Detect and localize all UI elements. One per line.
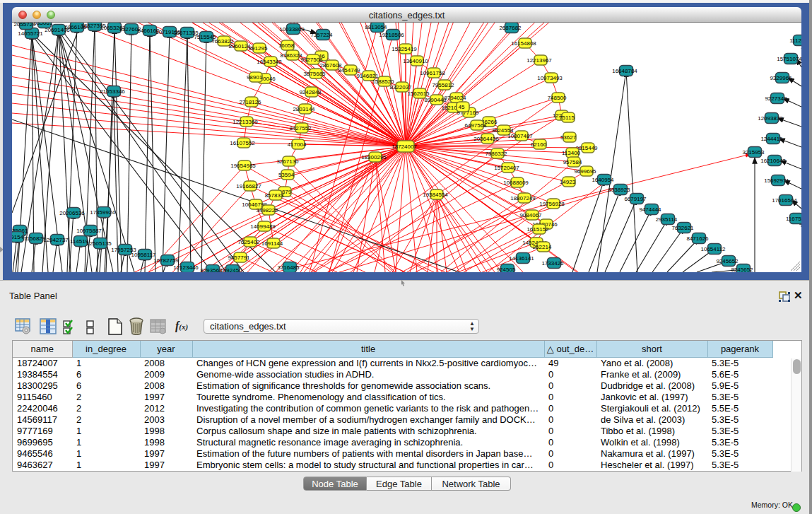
svg-text:116753: 116753 (786, 215, 801, 221)
svg-text:9699695: 9699695 (574, 168, 596, 174)
svg-text:10975887: 10975887 (76, 227, 102, 233)
svg-text:14099489: 14099489 (250, 223, 276, 229)
svg-text:12505135: 12505135 (86, 240, 112, 246)
svg-text:2803144: 2803144 (293, 105, 315, 112)
svg-text:17359924: 17359924 (90, 209, 115, 215)
svg-text:10688609: 10688609 (503, 179, 529, 185)
svg-text:16648784: 16648784 (612, 67, 637, 74)
svg-text:14055721: 14055721 (18, 30, 43, 36)
svg-text:6497568: 6497568 (464, 122, 487, 128)
svg-text:7986322: 7986322 (485, 150, 507, 156)
svg-text:12093872: 12093872 (758, 115, 783, 121)
svg-text:8990448: 8990448 (424, 96, 447, 103)
svg-text:8293561: 8293561 (200, 267, 223, 271)
svg-text:7955812: 7955812 (432, 81, 454, 88)
svg-text:417004: 417004 (288, 141, 307, 147)
svg-text:45: 45 (459, 103, 465, 110)
svg-text:10961758: 10961758 (420, 69, 445, 76)
svg-text:19384554: 19384554 (423, 191, 448, 197)
svg-text:20206536: 20206536 (59, 209, 85, 216)
svg-text:15720407: 15720407 (494, 164, 519, 170)
svg-text:17016504: 17016504 (772, 197, 797, 203)
svg-text:20364436: 20364436 (473, 135, 499, 141)
svg-text:1244415: 1244415 (760, 135, 783, 141)
svg-text:10958117: 10958117 (131, 251, 157, 257)
svg-text:9457791: 9457791 (228, 254, 250, 260)
svg-text:16058: 16058 (278, 42, 295, 48)
svg-text:98901: 98901 (247, 74, 263, 80)
svg-text:18724007: 18724007 (392, 143, 417, 149)
svg-text:18807249: 18807249 (510, 194, 536, 201)
svg-text:9242848: 9242848 (299, 88, 322, 95)
svg-text:19218506: 19218506 (379, 31, 404, 37)
svg-text:8322037: 8322037 (389, 83, 412, 90)
svg-text:21053346: 21053346 (100, 88, 125, 94)
svg-text:3498222: 3498222 (256, 206, 278, 213)
svg-text:2718126: 2718126 (239, 98, 261, 105)
svg-text:53594: 53594 (278, 171, 295, 177)
svg-text:1092450: 1092450 (220, 267, 242, 271)
svg-text:14923: 14923 (560, 178, 576, 185)
svg-text:9245652: 9245652 (731, 266, 753, 271)
svg-text:18300295: 18300295 (361, 153, 387, 160)
svg-text:2055724: 2055724 (13, 23, 36, 28)
svg-text:10973493: 10973493 (537, 74, 563, 81)
svg-text:19654985: 19654985 (230, 162, 256, 168)
svg-text:8960124: 8960124 (228, 42, 251, 49)
svg-text:7632621: 7632621 (671, 224, 694, 230)
svg-text:16782759: 16782759 (153, 257, 179, 263)
svg-text:14136141: 14136141 (509, 255, 534, 261)
svg-text:935061: 935061 (34, 23, 53, 26)
svg-text:16210643: 16210643 (760, 157, 786, 163)
svg-text:15751074: 15751074 (777, 55, 801, 62)
svg-text:12213967: 12213967 (526, 57, 552, 63)
svg-text:857833: 857833 (265, 192, 284, 198)
svg-text:19756928: 19756928 (539, 200, 565, 206)
svg-text:10033809: 10033809 (279, 25, 305, 32)
svg-text:9084067: 9084067 (519, 211, 542, 218)
svg-text:1640954: 1640954 (592, 176, 614, 182)
svg-text:15692971: 15692971 (764, 177, 789, 183)
svg-text:16107552: 16107552 (230, 139, 255, 146)
svg-text:9474444: 9474444 (639, 206, 661, 212)
svg-text:10654112: 10654112 (701, 245, 726, 252)
svg-text:13640910: 13640910 (403, 57, 428, 64)
svg-text:891295: 891295 (249, 45, 268, 51)
svg-text:1615152: 1615152 (526, 226, 549, 232)
svg-text:2687682: 2687682 (499, 24, 522, 30)
svg-text:15325419: 15325419 (392, 45, 417, 52)
svg-text:9329966: 9329966 (770, 74, 792, 81)
svg-text:53627: 53627 (560, 134, 577, 140)
svg-text:39154: 39154 (12, 233, 24, 240)
svg-text:3875685: 3875685 (303, 70, 326, 76)
svg-text:8938923: 8938923 (608, 186, 630, 192)
svg-text:111245: 111245 (789, 37, 801, 43)
svg-text:3215953: 3215953 (742, 148, 765, 155)
svg-text:113400: 113400 (562, 149, 581, 156)
svg-text:9794024: 9794024 (444, 94, 466, 100)
svg-text:10807487: 10807487 (507, 132, 533, 139)
svg-text:7357224: 7357224 (310, 31, 333, 37)
svg-text:62160: 62160 (531, 141, 547, 147)
svg-text:6679197: 6679197 (624, 195, 647, 201)
svg-text:1691144: 1691144 (261, 240, 283, 246)
svg-text:8427552: 8427552 (289, 124, 312, 131)
svg-text:3267130: 3267130 (276, 158, 299, 164)
svg-text:3716485: 3716485 (277, 264, 300, 270)
svg-text:9245652: 9245652 (716, 257, 739, 264)
svg-text:1733426: 1733426 (541, 259, 564, 266)
svg-text:748500: 748500 (548, 94, 567, 100)
svg-text:19166827: 19166827 (236, 182, 261, 189)
svg-text:12942737: 12942737 (43, 236, 69, 243)
svg-text:12123446: 12123446 (173, 264, 199, 270)
svg-text:957584: 957584 (563, 158, 582, 165)
svg-text:1156829: 1156829 (24, 235, 46, 241)
svg-text:16154808: 16154808 (511, 40, 536, 46)
svg-text:2935114: 2935114 (656, 216, 678, 222)
svg-text:1562615: 1562615 (407, 90, 430, 96)
svg-text:924505: 924505 (497, 266, 516, 271)
svg-text:8471626: 8471626 (686, 235, 709, 241)
svg-text:8813054: 8813054 (365, 23, 387, 30)
svg-text:252214: 252214 (533, 243, 552, 250)
svg-text:12213369: 12213369 (233, 118, 258, 124)
